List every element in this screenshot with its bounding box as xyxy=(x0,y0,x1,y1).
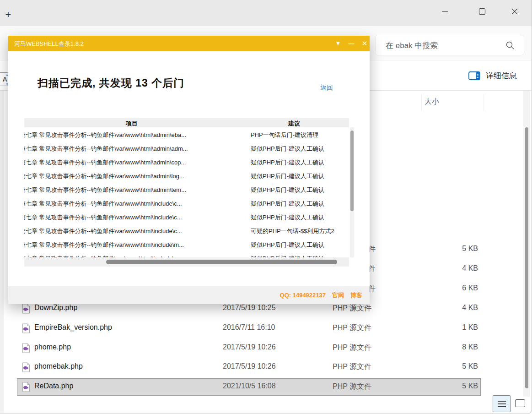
file-type: PHP 源文件 xyxy=(333,304,371,313)
view-details-button[interactable] xyxy=(493,395,511,412)
item-advice: 疑似PHP后门-建议人工确认 xyxy=(251,145,324,153)
file-size: 4 KB xyxy=(462,304,478,312)
file-name: phomebak.php xyxy=(34,362,83,370)
list-item[interactable]: 第七章 常见攻击事件分析--钓鱼邮件\var\www\html\include\… xyxy=(24,210,349,223)
file-type: PHP 源文件 xyxy=(333,382,371,392)
item-advice: 可疑的PHP一句话-$$利用方式2 xyxy=(251,227,334,235)
file-date: 2017/5/19 10:25 xyxy=(223,304,276,312)
php-file-icon xyxy=(22,382,30,392)
search-placeholder: 在 ebak 中搜索 xyxy=(386,40,438,51)
column-separator[interactable] xyxy=(421,94,422,111)
item-advice: 疑似PHP后门-建议人工确认 xyxy=(251,186,324,194)
file-date: 2017/5/19 10:26 xyxy=(223,343,276,351)
table-row[interactable]: phomebak.php 2017/5/19 10:26 PHP 源文件 5 K… xyxy=(17,359,480,376)
file-size: 1 KB xyxy=(462,323,478,332)
close-button[interactable] xyxy=(504,4,525,19)
column-header-item[interactable]: 项目 xyxy=(24,120,239,128)
close-icon xyxy=(511,8,518,15)
minimize-button[interactable] xyxy=(435,4,456,19)
table-row[interactable]: EmpireBak_version.php 2016/7/11 16:10 PH… xyxy=(17,320,480,337)
rename-icon[interactable]: A xyxy=(0,72,9,86)
screen: + 在 ebak 中搜索 A xyxy=(0,0,532,414)
dialog-menu-arrow-icon[interactable]: ▼ xyxy=(333,38,343,49)
item-advice: 疑似PHP后门-建议人工确认 xyxy=(251,172,324,180)
scrollbar-thumb[interactable] xyxy=(525,127,528,388)
scan-result-heading: 扫描已完成, 共发现 13 个后门 xyxy=(38,76,184,90)
file-name: DownZip.php xyxy=(34,304,77,312)
vertical-scrollbar[interactable] xyxy=(523,91,530,397)
php-file-icon xyxy=(22,323,30,333)
item-advice: 疑似PHP后门-建议人工确认 xyxy=(251,158,324,167)
file-type: PHP 源文件 xyxy=(333,343,371,353)
dialog-minimize-icon[interactable]: — xyxy=(346,38,356,49)
maximize-icon xyxy=(478,8,486,15)
file-size: 4 KB xyxy=(462,264,478,272)
item-path: 第七章 常见攻击事件分析--钓鱼邮件\var\www\html\admin\te… xyxy=(24,186,186,194)
list-item[interactable]: 第七章 常见攻击事件分析--钓鱼邮件\var\www\html\include\… xyxy=(24,223,349,237)
list-item[interactable]: 第七章 常见攻击事件分析--钓鱼邮件\var\www\html\admin\te… xyxy=(24,182,349,196)
dialog-close-icon[interactable]: ✕ xyxy=(360,38,370,49)
list-item[interactable]: 第七章 常见攻击事件分析--钓鱼邮件\var\www\html\include\… xyxy=(24,196,349,210)
dialog-vertical-scrollbar[interactable] xyxy=(350,127,354,257)
list-item[interactable]: 第七章 常见攻击事件分析--钓鱼邮件\var\www\html\admin\eb… xyxy=(24,127,349,141)
item-path: 第七章 常见攻击事件分析--钓鱼邮件\var\www\html\admin\co… xyxy=(24,158,186,167)
dialog-titlebar[interactable]: 河马WEBSHELL查杀1.8.2 ▼ — ✕ xyxy=(8,36,370,51)
scrollbar-thumb[interactable] xyxy=(106,260,337,264)
table-row-selected[interactable]: ReData.php 2021/10/5 16:08 PHP 源文件 5 KB xyxy=(17,379,480,395)
file-size: 5 KB xyxy=(462,382,478,390)
scrollbar-thumb[interactable] xyxy=(350,131,354,211)
list-item[interactable]: 第七章 常见攻击事件分析--钓鱼邮件\var\www\html\admin\ad… xyxy=(24,141,349,155)
icons-view-icon xyxy=(515,399,525,407)
view-large-icons-button[interactable] xyxy=(514,398,526,408)
details-pane-label: 详细信息 xyxy=(486,71,517,81)
new-tab-button[interactable]: + xyxy=(3,9,14,20)
file-size: 8 KB xyxy=(462,343,478,351)
file-size: 5 KB xyxy=(462,245,478,253)
item-path: 第七章 常见攻击事件分析--钓鱼邮件\var\www\html\include\… xyxy=(24,200,182,208)
minimize-icon xyxy=(441,8,449,15)
item-advice: 疑似PHP后门-建议人工确认 xyxy=(251,213,324,222)
column-header-advice[interactable]: 建议 xyxy=(239,120,349,128)
item-advice: 疑似PHP后门-建议人工确认 xyxy=(251,200,324,208)
webshell-scan-dialog: 河马WEBSHELL查杀1.8.2 ▼ — ✕ 扫描已完成, 共发现 13 个后… xyxy=(8,36,370,304)
qq-contact: QQ: 1494922137 xyxy=(280,292,326,299)
item-advice: 疑似PHP后门-建议人工确认 xyxy=(251,241,324,249)
maximize-button[interactable] xyxy=(472,4,493,19)
backdoor-count: 13 xyxy=(135,77,148,89)
official-site-link[interactable]: 官网 xyxy=(332,291,344,300)
list-item[interactable]: 第七章 常见攻击事件分析--钓鱼邮件\var\www\html\include\… xyxy=(24,251,349,257)
explorer-tab-bar: + xyxy=(0,0,532,26)
result-table-body: 第七章 常见攻击事件分析--钓鱼邮件\var\www\html\admin\eb… xyxy=(24,127,349,257)
item-path: 第七章 常见攻击事件分析--钓鱼邮件\var\www\html\include\… xyxy=(24,227,182,235)
list-item[interactable]: 第七章 常见攻击事件分析--钓鱼邮件\var\www\html\include\… xyxy=(24,237,349,251)
file-name: EmpireBak_version.php xyxy=(34,323,112,332)
item-path: 第七章 常见攻击事件分析--钓鱼邮件\var\www\html\include\… xyxy=(24,241,184,249)
file-size: 5 KB xyxy=(462,362,478,370)
column-header-size[interactable]: 大小 xyxy=(425,97,439,107)
nav-pane-edge xyxy=(0,91,4,413)
result-table-header: 项目 建议 xyxy=(24,118,349,127)
list-item[interactable]: 第七章 常见攻击事件分析--钓鱼邮件\var\www\html\admin\co… xyxy=(24,155,349,169)
file-type: PHP 源文件 xyxy=(333,323,371,333)
list-item[interactable]: 第七章 常见攻击事件分析--钓鱼邮件\var\www\html\admin\lo… xyxy=(24,169,349,182)
file-name: ReData.php xyxy=(34,382,73,390)
search-icon xyxy=(505,41,515,50)
details-pane-button[interactable]: 详细信息 xyxy=(468,69,517,82)
file-date: 2016/7/11 16:10 xyxy=(223,323,275,332)
php-file-icon xyxy=(22,304,30,314)
item-path: 第七章 常见攻击事件分析--钓鱼邮件\var\www\html\admin\lo… xyxy=(24,172,184,180)
item-path: 第七章 常见攻击事件分析--钓鱼邮件\var\www\html\admin\eb… xyxy=(24,131,186,139)
column-separator[interactable] xyxy=(484,94,484,111)
dialog-title: 河马WEBSHELL查杀1.8.2 xyxy=(14,40,84,48)
dialog-footer: QQ: 1494922137 官网 博客 xyxy=(8,286,370,304)
file-date: 2017/5/19 10:26 xyxy=(223,362,276,370)
file-date: 2021/10/5 16:08 xyxy=(223,382,276,390)
blog-link[interactable]: 博客 xyxy=(350,291,362,300)
table-row[interactable]: phome.php 2017/5/19 10:26 PHP 源文件 8 KB xyxy=(17,340,480,356)
dialog-horizontal-scrollbar[interactable] xyxy=(24,257,349,267)
search-input[interactable]: 在 ebak 中搜索 xyxy=(375,35,524,55)
file-size: 6 KB xyxy=(462,284,478,292)
back-link[interactable]: 返回 xyxy=(320,84,333,92)
item-path: 第七章 常见攻击事件分析--钓鱼邮件\var\www\html\admin\ad… xyxy=(24,145,188,153)
file-type: PHP 源文件 xyxy=(333,362,371,372)
